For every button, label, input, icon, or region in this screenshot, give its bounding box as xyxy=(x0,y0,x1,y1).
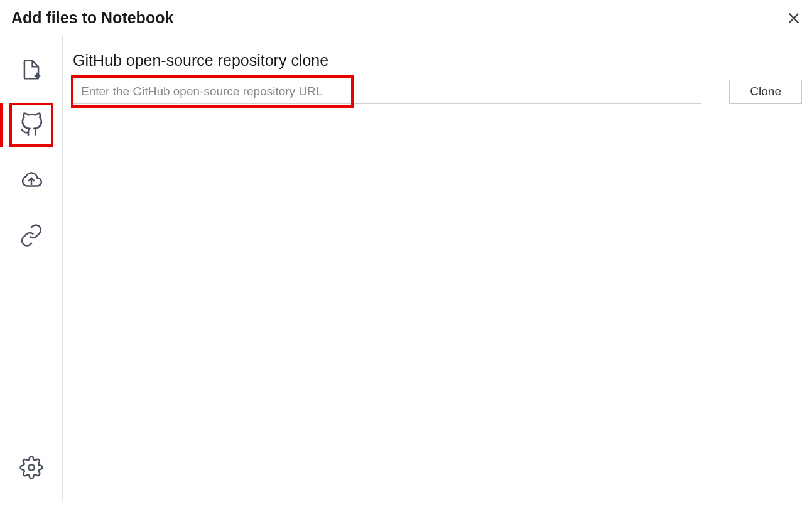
input-row: Clone xyxy=(73,80,802,104)
dialog-title: Add files to Notebook xyxy=(11,9,173,27)
sidebar-item-settings[interactable] xyxy=(9,446,53,489)
section-title: GitHub open-source repository clone xyxy=(73,51,802,70)
clone-button[interactable]: Clone xyxy=(729,80,802,104)
close-icon xyxy=(787,11,801,25)
dialog-body: GitHub open-source repository clone Clon… xyxy=(0,36,812,501)
github-icon xyxy=(19,112,44,137)
sidebar-item-link[interactable] xyxy=(9,213,53,257)
file-plus-icon xyxy=(19,58,43,82)
close-button[interactable] xyxy=(787,11,801,25)
url-input-wrapper xyxy=(73,80,701,104)
gear-icon xyxy=(19,456,43,479)
sidebar-item-file[interactable] xyxy=(9,48,53,92)
sidebar-item-cloud-upload[interactable] xyxy=(9,158,53,202)
sidebar-item-github[interactable] xyxy=(9,103,53,147)
link-icon xyxy=(19,223,43,247)
svg-point-4 xyxy=(28,464,35,471)
dialog-header: Add files to Notebook xyxy=(0,0,812,36)
repository-url-input[interactable] xyxy=(73,80,701,104)
sidebar xyxy=(0,36,63,501)
content-pane: GitHub open-source repository clone Clon… xyxy=(63,36,812,501)
cloud-upload-icon xyxy=(19,168,43,192)
